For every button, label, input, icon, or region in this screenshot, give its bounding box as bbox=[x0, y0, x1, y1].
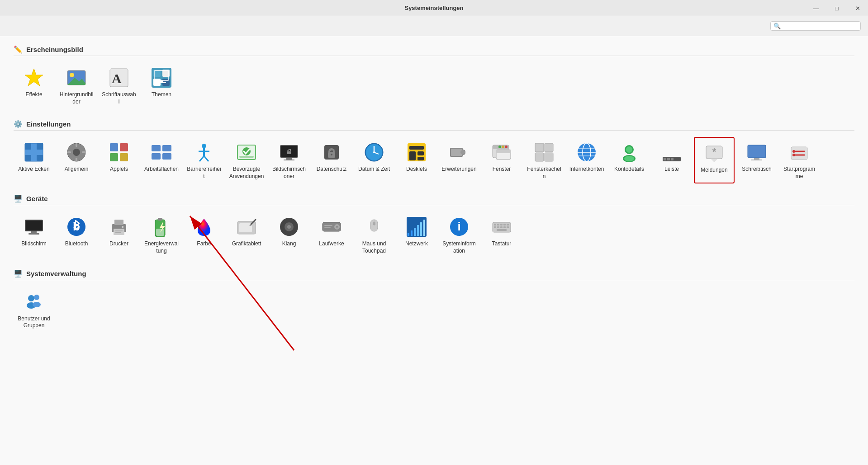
svg-rect-77 bbox=[535, 143, 544, 152]
item-datenschutz[interactable]: Datenschutz bbox=[311, 137, 352, 183]
item-schriftauswahl[interactable]: A Schriftauswahl bbox=[99, 62, 139, 109]
svg-point-103 bbox=[792, 150, 795, 153]
item-klang[interactable]: Klang bbox=[269, 211, 309, 258]
section-header-einstellungen: ⚙️ Einstellungen bbox=[14, 120, 854, 131]
svg-rect-144 bbox=[423, 220, 425, 236]
label-datum-zeit: Datum & Zeit bbox=[358, 166, 390, 173]
label-bevorzugte-anwendungen: Bevorzugte Anwendungen bbox=[229, 166, 264, 180]
svg-rect-154 bbox=[497, 226, 499, 228]
item-arbeitsflaechen[interactable]: Arbeitsflächen bbox=[141, 137, 182, 183]
svg-rect-150 bbox=[500, 224, 503, 225]
svg-rect-27 bbox=[82, 151, 85, 153]
svg-rect-113 bbox=[114, 220, 123, 225]
item-bluetooth[interactable]: b Bluetooth bbox=[56, 211, 97, 258]
item-energieverwaltung[interactable]: Energieverwaltung bbox=[141, 211, 182, 258]
maximize-button[interactable]: □ bbox=[826, 0, 847, 16]
label-leiste: Leiste bbox=[664, 166, 679, 173]
item-fensterkacheln[interactable]: Fensterkacheln bbox=[524, 137, 564, 183]
label-themen: Themen bbox=[152, 91, 171, 99]
svg-rect-143 bbox=[420, 222, 422, 236]
svg-point-68 bbox=[460, 150, 465, 155]
icon-farbe bbox=[193, 216, 215, 238]
item-internetkonten[interactable]: Internetkonten bbox=[566, 137, 607, 183]
item-kontodetails[interactable]: Kontodetails bbox=[609, 137, 650, 183]
svg-point-161 bbox=[34, 295, 39, 300]
svg-line-39 bbox=[199, 156, 204, 161]
svg-point-88 bbox=[626, 146, 632, 153]
item-startprogramme[interactable]: Startprogramme bbox=[779, 137, 820, 183]
item-effekte[interactable]: Effekte bbox=[14, 62, 54, 109]
svg-rect-93 bbox=[671, 158, 674, 160]
item-maus-touchpad[interactable]: Maus und Touchpad bbox=[354, 211, 394, 258]
svg-text:*: * bbox=[712, 146, 716, 157]
item-datum-zeit[interactable]: Datum & Zeit bbox=[354, 137, 394, 183]
section-erscheinungsbild: ✏️ Erscheinungsbild Effekte bbox=[14, 45, 854, 109]
label-startprogramme: Startprogramme bbox=[782, 166, 817, 180]
item-bildschirm[interactable]: Bildschirm bbox=[14, 211, 54, 258]
minimize-button[interactable]: — bbox=[806, 0, 826, 16]
item-schreibtisch[interactable]: Schreibtisch bbox=[736, 137, 777, 183]
svg-rect-109 bbox=[28, 233, 39, 235]
label-desklets: Desklets bbox=[406, 166, 427, 173]
svg-point-159 bbox=[28, 295, 34, 301]
item-desklets[interactable]: Desklets bbox=[396, 137, 437, 183]
svg-rect-62 bbox=[409, 151, 416, 160]
svg-rect-117 bbox=[122, 226, 123, 228]
item-leiste[interactable]: Leiste bbox=[651, 137, 692, 183]
item-benutzer-gruppen[interactable]: Benutzer und Gruppen bbox=[14, 287, 54, 333]
svg-point-129 bbox=[287, 225, 291, 229]
icon-datenschutz bbox=[321, 141, 342, 163]
item-tastatur[interactable]: Tastatur bbox=[481, 211, 522, 258]
icon-kontodetails bbox=[618, 141, 640, 163]
svg-rect-108 bbox=[31, 231, 37, 233]
item-themen[interactable]: Themen bbox=[141, 62, 182, 109]
svg-line-40 bbox=[204, 156, 209, 161]
svg-rect-91 bbox=[664, 158, 666, 160]
item-erweiterungen[interactable]: Erweiterungen bbox=[439, 137, 479, 183]
item-bevorzugte-anwendungen[interactable]: Bevorzugte Anwendungen bbox=[226, 137, 267, 183]
label-kontodetails: Kontodetails bbox=[614, 166, 644, 173]
svg-rect-79 bbox=[535, 153, 544, 161]
svg-point-162 bbox=[33, 302, 41, 307]
label-tastatur: Tastatur bbox=[492, 240, 512, 248]
item-bildschirmschoner[interactable]: Bildschirmschoner bbox=[269, 137, 309, 183]
item-drucker[interactable]: Drucker bbox=[99, 211, 139, 258]
svg-rect-139 bbox=[408, 233, 409, 236]
svg-rect-28 bbox=[110, 143, 118, 151]
svg-rect-120 bbox=[158, 218, 162, 221]
svg-rect-20 bbox=[25, 155, 31, 161]
item-barrierefreiheit[interactable]: Barrierefreiheit bbox=[184, 137, 224, 183]
label-netzwerk: Netzwerk bbox=[405, 240, 428, 248]
section-icon-erscheinungsbild: ✏️ bbox=[14, 45, 23, 54]
item-laufwerke[interactable]: Laufwerke bbox=[311, 211, 352, 258]
section-icon-einstellungen: ⚙️ bbox=[14, 120, 23, 128]
svg-point-72 bbox=[505, 146, 508, 148]
svg-rect-141 bbox=[414, 228, 416, 236]
section-header-geraete: 🖥️ Geräte bbox=[14, 194, 854, 205]
item-netzwerk[interactable]: Netzwerk bbox=[396, 211, 437, 258]
svg-rect-35 bbox=[162, 153, 171, 160]
item-allgemein[interactable]: Allgemein bbox=[56, 137, 97, 183]
svg-rect-157 bbox=[507, 226, 509, 228]
svg-rect-100 bbox=[751, 160, 762, 160]
svg-rect-99 bbox=[754, 158, 759, 160]
item-farbe[interactable]: Farbe bbox=[184, 211, 224, 258]
item-applets[interactable]: Applets bbox=[99, 137, 139, 183]
label-farbe: Farbe bbox=[197, 240, 211, 248]
icon-benutzer-gruppen bbox=[23, 291, 45, 313]
item-meldungen[interactable]: * Meldungen bbox=[694, 137, 735, 183]
icon-effekte bbox=[23, 67, 45, 89]
close-button[interactable]: ✕ bbox=[847, 0, 868, 16]
svg-rect-63 bbox=[417, 151, 424, 155]
erscheinungsbild-grid: Effekte Hintergrundbilder bbox=[14, 62, 854, 109]
item-fenster[interactable]: Fenster bbox=[481, 137, 522, 183]
svg-rect-148 bbox=[494, 224, 496, 225]
item-grafiktablett[interactable]: Grafiktablett bbox=[226, 211, 267, 258]
search-input[interactable] bbox=[781, 23, 858, 29]
icon-fenster bbox=[491, 141, 512, 163]
item-aktive-ecken[interactable]: Aktive Ecken bbox=[14, 137, 54, 183]
item-systeminformation[interactable]: i Systeminformation bbox=[439, 211, 479, 258]
svg-point-5 bbox=[70, 73, 74, 77]
item-hintergrundbilder[interactable]: Hintergrundbilder bbox=[56, 62, 97, 109]
geraete-grid: Bildschirm b Bluetooth bbox=[14, 211, 854, 258]
